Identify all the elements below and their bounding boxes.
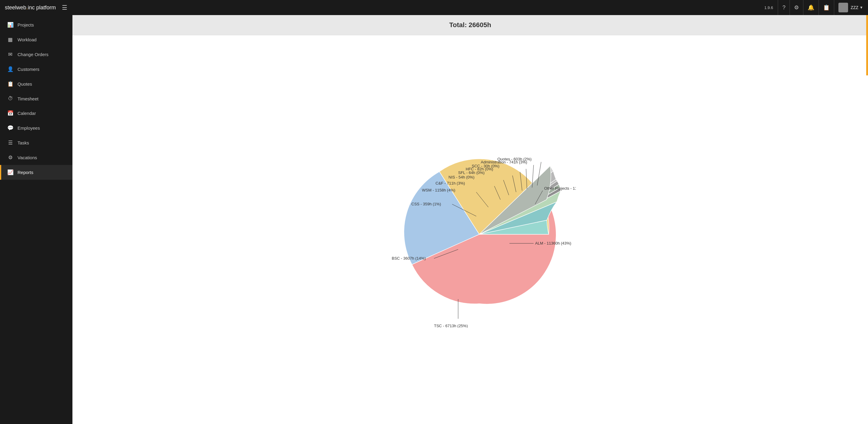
- sidebar-item-employees[interactable]: 💬 Employees: [0, 121, 72, 135]
- sidebar-item-change-orders[interactable]: ✉ Change Orders: [0, 47, 72, 62]
- chart-header: Total: 26605h: [72, 15, 868, 35]
- pie-chart-svg: ALM - 11360h (43%) TSC - 6713h (25%) BSC…: [365, 132, 576, 328]
- sidebar-label-tasks: Tasks: [18, 140, 29, 145]
- vacations-icon: ⚙: [7, 154, 13, 161]
- sidebar-item-workload[interactable]: ▦ Workload: [0, 32, 72, 47]
- reports-icon: 📈: [7, 169, 13, 175]
- employees-icon: 💬: [7, 125, 13, 131]
- app-logo: steelweb.inc platform: [5, 4, 56, 11]
- menu-icon[interactable]: ☰: [62, 4, 67, 11]
- css-label: CSS - 359h (1%): [411, 202, 441, 206]
- quotes-label: Quotes - 603h (2%): [497, 157, 531, 161]
- username-label: ZZZ: [850, 5, 858, 10]
- user-dropdown-icon: ▼: [860, 5, 863, 10]
- sidebar-label-workload: Workload: [18, 37, 36, 42]
- chart-title: Total: 26605h: [450, 21, 491, 29]
- logo-prefix: steelweb: [5, 4, 26, 10]
- timesheet-icon: ⏱: [7, 96, 13, 102]
- sidebar-item-vacations[interactable]: ⚙ Vacations: [0, 150, 72, 165]
- other-label: Other Projects - 1123h (4%): [544, 186, 576, 191]
- avatar: [838, 3, 848, 12]
- user-area[interactable]: ZZZ ▼: [834, 0, 863, 15]
- alm-label: ALM - 11360h (43%): [535, 241, 571, 246]
- tsc-label: TSC - 6713h (25%): [434, 324, 468, 328]
- change-orders-icon: ✉: [7, 51, 13, 58]
- scc-label: SCC - 30h (0%): [472, 164, 499, 168]
- version-label: 1.9.6: [765, 5, 773, 10]
- sidebar-label-calendar: Calendar: [18, 111, 36, 116]
- nis-label: NIS - 54h (0%): [448, 175, 474, 180]
- sidebar-label-employees: Employees: [18, 126, 40, 131]
- sidebar-label-vacations: Vacations: [18, 155, 37, 160]
- projects-icon: 📊: [7, 22, 13, 28]
- sidebar: 📊 Projects ▦ Workload ✉ Change Orders 👤 …: [0, 15, 72, 424]
- sidebar-label-change-orders: Change Orders: [18, 52, 49, 57]
- sidebar-label-quotes: Quotes: [18, 81, 32, 87]
- notification-icon[interactable]: 🔔: [803, 0, 818, 15]
- topbar-right: 1.9.6 ? ⚙ 🔔 📋 ZZZ ▼: [765, 0, 863, 15]
- help-icon[interactable]: ?: [778, 0, 789, 15]
- clipboard-icon[interactable]: 📋: [818, 0, 834, 15]
- orange-bar: [866, 15, 868, 75]
- sidebar-item-customers[interactable]: 👤 Customers: [0, 62, 72, 76]
- quotes-icon: 📋: [7, 81, 13, 87]
- calendar-icon: 📅: [7, 110, 13, 117]
- sidebar-label-customers: Customers: [18, 67, 39, 72]
- sidebar-item-quotes[interactable]: 📋 Quotes: [0, 76, 72, 91]
- cf-label: C&F - 711h (3%): [435, 181, 465, 186]
- sidebar-label-projects: Projects: [18, 22, 34, 27]
- sidebar-item-projects[interactable]: 📊 Projects: [0, 18, 72, 32]
- customers-icon: 👤: [7, 66, 13, 72]
- tasks-icon: ☰: [7, 140, 13, 146]
- chart-area: ALM - 11360h (43%) TSC - 6713h (25%) BSC…: [72, 35, 868, 424]
- pie-chart-container: ALM - 11360h (43%) TSC - 6713h (25%) BSC…: [365, 132, 576, 328]
- main-content: Total: 26605h: [72, 15, 868, 424]
- logo-suffix: inc platform: [28, 4, 56, 10]
- sidebar-label-reports: Reports: [18, 170, 33, 175]
- sidebar-label-timesheet: Timesheet: [18, 96, 38, 101]
- bsc-label: BSC - 3607h (14%): [392, 256, 426, 261]
- app-body: 📊 Projects ▦ Workload ✉ Change Orders 👤 …: [0, 15, 868, 424]
- workload-icon: ▦: [7, 36, 13, 43]
- sidebar-item-calendar[interactable]: 📅 Calendar: [0, 106, 72, 121]
- settings-icon[interactable]: ⚙: [789, 0, 803, 15]
- sidebar-item-timesheet[interactable]: ⏱ Timesheet: [0, 91, 72, 106]
- sidebar-item-reports[interactable]: 📈 Reports: [0, 165, 72, 180]
- sidebar-item-tasks[interactable]: ☰ Tasks: [0, 135, 72, 150]
- topbar: steelweb.inc platform ☰ 1.9.6 ? ⚙ 🔔 📋 ZZ…: [0, 0, 868, 15]
- wsm-label: WSM - 1158h (4%): [422, 188, 456, 192]
